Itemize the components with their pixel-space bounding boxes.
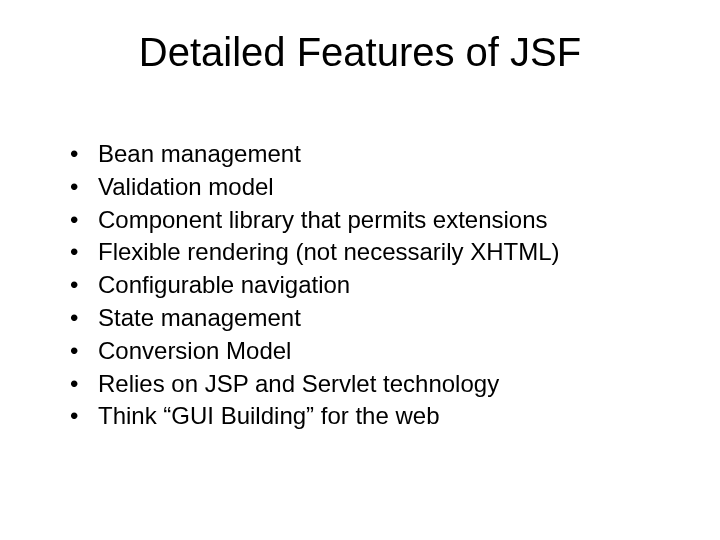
bullet-icon: • xyxy=(70,370,98,399)
list-item-text: Relies on JSP and Servlet technology xyxy=(98,370,660,399)
bullet-icon: • xyxy=(70,304,98,333)
list-item-text: Validation model xyxy=(98,173,660,202)
slide-title: Detailed Features of JSF xyxy=(0,30,720,75)
list-item: • Bean management xyxy=(70,140,660,169)
list-item: • Relies on JSP and Servlet technology xyxy=(70,370,660,399)
list-item: • State management xyxy=(70,304,660,333)
list-item-text: Configurable navigation xyxy=(98,271,660,300)
list-item: • Component library that permits extensi… xyxy=(70,206,660,235)
list-item-text: Think “GUI Building” for the web xyxy=(98,402,660,431)
list-item-text: Flexible rendering (not necessarily XHTM… xyxy=(98,238,660,267)
list-item-text: Bean management xyxy=(98,140,660,169)
list-item-text: Conversion Model xyxy=(98,337,660,366)
list-item-text: State management xyxy=(98,304,660,333)
list-item: • Flexible rendering (not necessarily XH… xyxy=(70,238,660,267)
bullet-icon: • xyxy=(70,206,98,235)
bullet-icon: • xyxy=(70,271,98,300)
bullet-icon: • xyxy=(70,238,98,267)
bullet-icon: • xyxy=(70,337,98,366)
slide: Detailed Features of JSF • Bean manageme… xyxy=(0,0,720,540)
list-item: • Think “GUI Building” for the web xyxy=(70,402,660,431)
list-item: • Configurable navigation xyxy=(70,271,660,300)
bullet-icon: • xyxy=(70,140,98,169)
bullet-icon: • xyxy=(70,173,98,202)
list-item: • Conversion Model xyxy=(70,337,660,366)
bullet-list: • Bean management • Validation model • C… xyxy=(70,140,660,435)
bullet-icon: • xyxy=(70,402,98,431)
list-item-text: Component library that permits extension… xyxy=(98,206,660,235)
list-item: • Validation model xyxy=(70,173,660,202)
